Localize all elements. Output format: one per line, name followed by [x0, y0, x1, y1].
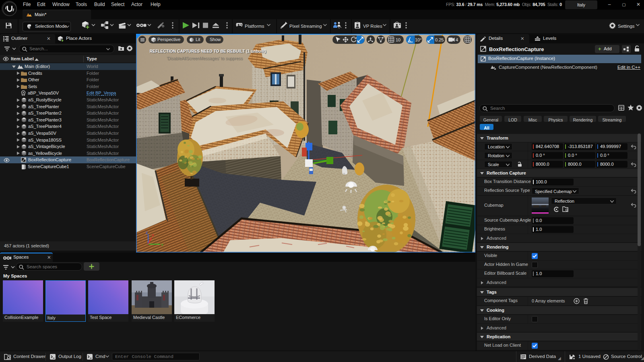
svg-text:Y: Y	[161, 243, 163, 247]
svg-text:0.25: 0.25	[435, 37, 444, 42]
svg-text:Z: Z	[146, 231, 148, 235]
svg-text:10: 10	[396, 37, 400, 42]
svg-text:X: X	[152, 233, 154, 237]
svg-text:4: 4	[456, 37, 458, 42]
svg-text:10°: 10°	[415, 37, 422, 42]
